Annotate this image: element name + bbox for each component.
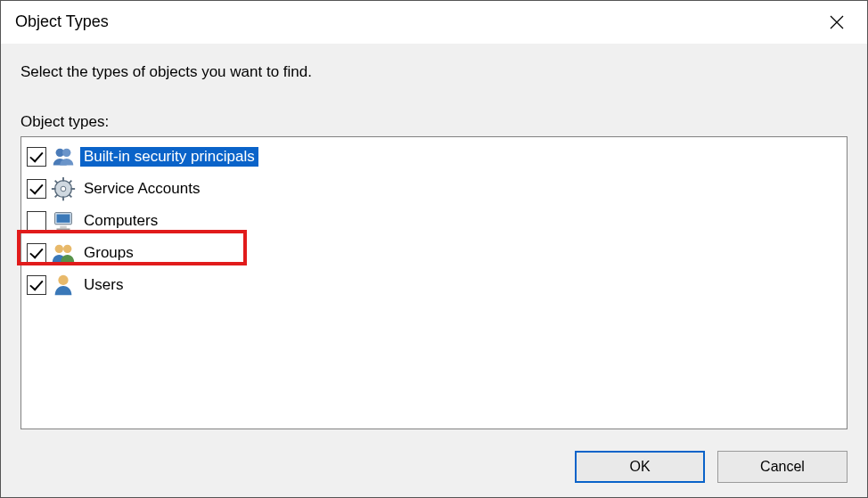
list-item[interactable]: Users (21, 269, 847, 301)
list-label: Object types: (20, 113, 848, 131)
checkbox[interactable] (27, 211, 46, 231)
list-item[interactable]: Groups (21, 237, 847, 269)
svg-line-11 (70, 195, 72, 198)
svg-point-20 (58, 275, 68, 285)
computer-icon (50, 208, 77, 234)
object-types-dialog: Object Types Select the types of objects… (0, 0, 868, 498)
svg-rect-16 (60, 226, 67, 229)
dialog-body: Select the types of objects you want to … (1, 44, 867, 497)
svg-line-10 (55, 181, 58, 184)
item-label: Built-in security principals (80, 147, 258, 167)
svg-line-13 (70, 181, 72, 184)
close-button[interactable] (819, 4, 855, 40)
list-item[interactable]: Service Accounts (21, 173, 847, 205)
svg-line-12 (55, 195, 58, 198)
svg-point-18 (55, 245, 63, 253)
window-title: Object Types (15, 12, 109, 31)
group-icon (50, 240, 77, 266)
gear-icon (50, 176, 77, 202)
svg-rect-15 (57, 215, 70, 223)
user-icon (50, 272, 77, 298)
svg-point-19 (63, 245, 71, 253)
item-label: Groups (80, 243, 137, 263)
list-item[interactable]: Built-in security principals (21, 141, 847, 173)
ok-button[interactable]: OK (575, 451, 705, 483)
svg-rect-17 (57, 228, 70, 230)
item-label: Computers (80, 211, 161, 231)
svg-point-3 (62, 149, 70, 157)
cancel-button[interactable]: Cancel (717, 451, 848, 483)
item-label: Users (80, 275, 127, 295)
dialog-footer: OK Cancel (20, 451, 848, 483)
principals-icon (50, 143, 77, 170)
titlebar: Object Types (1, 1, 867, 44)
checkbox[interactable] (27, 179, 46, 199)
object-types-list[interactable]: Built-in security principalsService Acco… (20, 136, 848, 429)
checkbox[interactable] (27, 275, 46, 295)
checkbox[interactable] (27, 243, 46, 263)
item-label: Service Accounts (80, 179, 203, 199)
close-icon (830, 15, 844, 29)
checkbox[interactable] (27, 147, 46, 167)
svg-point-5 (61, 186, 66, 192)
list-item[interactable]: Computers (21, 205, 847, 237)
instruction-text: Select the types of objects you want to … (20, 63, 848, 81)
